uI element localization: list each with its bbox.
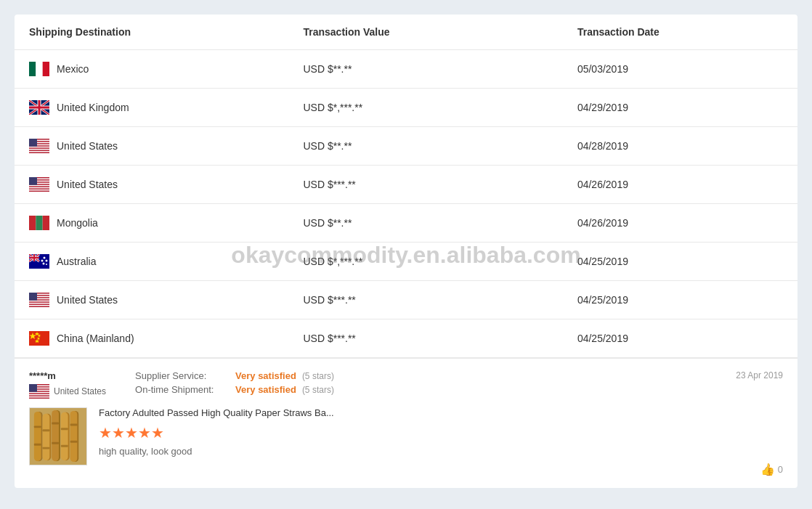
svg-rect-63 [29, 392, 49, 394]
review-footer: 👍 0 [99, 463, 783, 476]
transaction-value: USD $**.** [303, 217, 577, 229]
svg-rect-64 [29, 394, 49, 396]
country-name: United States [57, 294, 118, 306]
svg-point-42 [41, 260, 44, 262]
ontime-shipment-stars: (5 stars) [302, 385, 334, 395]
svg-rect-84 [43, 447, 50, 449]
country-name: China (Mainland) [57, 333, 134, 344]
country-cell: China (Mainland) [29, 331, 303, 346]
transaction-date: 04/26/2019 [577, 179, 783, 190]
svg-rect-39 [29, 257, 39, 258]
svg-rect-2 [43, 62, 49, 76]
flag-us-icon [29, 177, 49, 192]
svg-rect-1 [36, 62, 42, 76]
reviewer-country: United States [29, 384, 106, 399]
svg-point-44 [46, 264, 47, 265]
svg-rect-29 [36, 216, 42, 230]
transaction-value: USD $**.** [303, 63, 577, 75]
table-header: Shipping Destination Transaction Value T… [15, 15, 797, 50]
svg-rect-87 [70, 441, 78, 443]
transaction-value: USD $*,***.** [303, 102, 577, 113]
country-name: United Kingdom [57, 102, 129, 113]
flag-us-icon [29, 293, 49, 307]
review-ratings: Supplier Service: Very satisfied (5 star… [106, 370, 736, 398]
svg-rect-11 [29, 107, 49, 109]
svg-point-40 [44, 257, 46, 259]
svg-rect-51 [29, 305, 49, 306]
svg-rect-79 [43, 429, 50, 431]
flag-uk-icon [29, 100, 49, 115]
country-cell: United States [29, 139, 303, 153]
col-date: Transaction Date [577, 26, 783, 38]
table-row: Mexico USD $**.** 05/03/2019 [15, 50, 797, 89]
table-row: Australia USD $*,***.** 04/25/2019 [15, 243, 797, 281]
table-row: Mongolia USD $**.** 04/26/2019 [15, 204, 797, 243]
review-product-image [29, 407, 87, 465]
svg-rect-86 [61, 445, 68, 447]
svg-rect-24 [29, 185, 49, 187]
svg-rect-25 [29, 187, 49, 189]
svg-point-41 [46, 260, 48, 262]
country-cell: Australia [29, 254, 303, 269]
ontime-shipment-label: On-time Shipment: [135, 384, 230, 395]
transaction-date: 04/28/2019 [577, 140, 783, 152]
svg-rect-52 [29, 293, 37, 301]
transaction-date: 04/26/2019 [577, 217, 783, 229]
transaction-date: 05/03/2019 [577, 63, 783, 75]
transaction-date: 04/25/2019 [577, 294, 783, 306]
svg-rect-30 [43, 216, 49, 230]
col-destination: Shipping Destination [29, 26, 303, 38]
svg-rect-28 [29, 216, 36, 230]
transaction-value: USD $***.** [303, 294, 577, 306]
supplier-service-row: Supplier Service: Very satisfied (5 star… [135, 370, 736, 381]
product-title: Factory Adulted Passed High Quality Pape… [99, 407, 783, 418]
table-row: United States USD $**.** 04/28/2019 [15, 127, 797, 166]
transaction-value: USD $***.** [303, 179, 577, 190]
flag-us-small-icon [29, 384, 49, 399]
review-stars: ★★★★★ [99, 424, 783, 441]
thumb-up-icon[interactable]: 👍 [760, 463, 775, 476]
svg-rect-77 [70, 411, 78, 462]
svg-rect-71 [43, 414, 50, 460]
supplier-service-stars: (5 stars) [302, 371, 334, 381]
country-cell: United Kingdom [29, 100, 303, 115]
svg-rect-85 [52, 442, 59, 444]
reviewer-country-name: United States [54, 386, 106, 396]
flag-mongolia-icon [29, 216, 49, 230]
main-container: Shipping Destination Transaction Value T… [15, 15, 797, 488]
country-name: United States [57, 179, 118, 190]
country-cell: United States [29, 293, 303, 307]
transaction-date: 04/25/2019 [577, 256, 783, 267]
country-name: Australia [57, 256, 96, 267]
transaction-value: USD $**.** [303, 140, 577, 152]
svg-rect-49 [29, 301, 49, 302]
svg-rect-75 [61, 412, 68, 460]
svg-rect-73 [52, 410, 59, 461]
svg-rect-81 [61, 428, 68, 430]
svg-point-43 [43, 263, 45, 265]
review-date: 23 Apr 2019 [736, 370, 783, 380]
svg-rect-65 [29, 396, 49, 398]
country-name: United States [57, 140, 118, 152]
transaction-date: 04/25/2019 [577, 333, 783, 344]
review-text: high quality, look good [99, 446, 783, 457]
country-cell: United States [29, 177, 303, 192]
supplier-service-label: Supplier Service: [135, 370, 230, 381]
country-cell: Mongolia [29, 216, 303, 230]
table-row: China (Mainland) USD $***.** 04/25/2019 [15, 319, 797, 358]
svg-rect-83 [34, 444, 41, 446]
svg-rect-16 [29, 147, 49, 148]
table-row: United Kingdom USD $*,***.** 04/29/2019 [15, 89, 797, 127]
svg-rect-82 [70, 423, 78, 425]
transaction-value: USD $*,***.** [303, 256, 577, 267]
review-section: *****m United [15, 358, 797, 488]
svg-rect-26 [29, 190, 49, 191]
svg-rect-50 [29, 303, 49, 304]
flag-us-icon [29, 139, 49, 153]
flag-australia-icon [29, 254, 49, 269]
review-details: Factory Adulted Passed High Quality Pape… [99, 407, 783, 476]
ontime-shipment-row: On-time Shipment: Very satisfied (5 star… [135, 384, 736, 395]
svg-rect-69 [34, 412, 41, 461]
transaction-date: 04/29/2019 [577, 102, 783, 113]
svg-rect-78 [34, 425, 41, 428]
